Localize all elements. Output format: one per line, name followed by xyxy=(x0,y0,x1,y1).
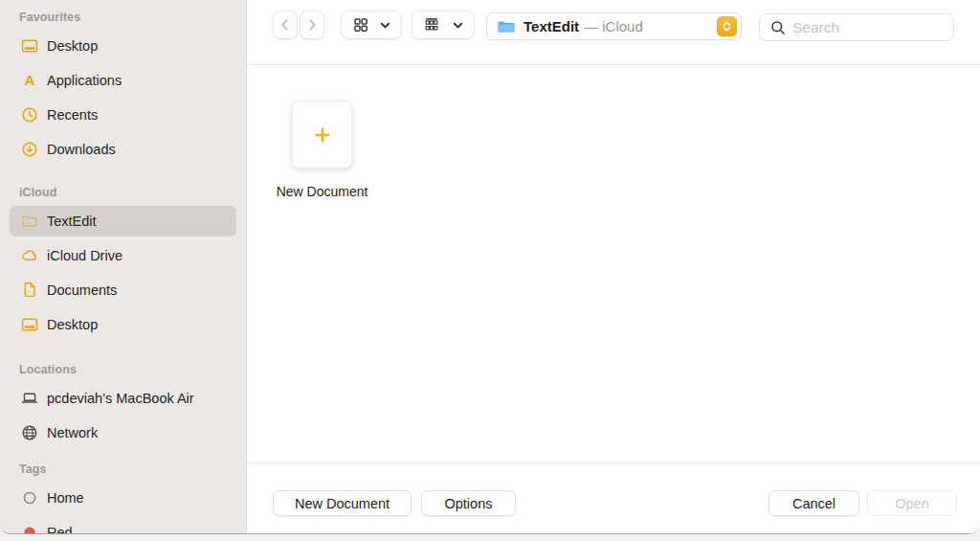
desktop-icon xyxy=(21,316,38,333)
sidebar-item-label: TextEdit xyxy=(47,214,97,229)
svg-text:A: A xyxy=(25,72,35,88)
red-tag-icon xyxy=(21,524,38,533)
chevron-down-icon xyxy=(379,19,391,32)
sidebar-item-label: Desktop xyxy=(47,317,98,332)
open-dialog-window: Favourites Desktop A Applications Recent… xyxy=(0,0,980,534)
options-button[interactable]: Options xyxy=(421,490,516,516)
downloads-icon xyxy=(21,141,38,158)
sidebar-item-label: pcdeviah’s MacBook Air xyxy=(47,391,194,406)
chevron-down-icon xyxy=(452,19,464,32)
search-icon xyxy=(770,20,786,35)
sidebar-item-label: Home xyxy=(47,490,84,506)
sidebar-item-label: iCloud Drive xyxy=(47,248,122,263)
sidebar-item-tag-home[interactable]: Home xyxy=(10,483,236,513)
sidebar-item-downloads[interactable]: Downloads xyxy=(10,134,236,165)
sidebar-item-applications[interactable]: A Applications xyxy=(10,65,236,96)
sidebar-item-recents[interactable]: Recents xyxy=(10,100,236,130)
sidebar-item-macbook[interactable]: pcdeviah’s MacBook Air xyxy=(10,383,236,414)
chevron-right-icon xyxy=(303,16,321,34)
new-document-item[interactable] xyxy=(292,101,352,169)
location-dropdown[interactable]: TextEdit— iCloud xyxy=(486,12,742,40)
sidebar-item-label: Documents xyxy=(47,282,117,298)
section-label-favourites: Favourites xyxy=(19,10,246,25)
sidebar-item-desktop[interactable]: Desktop xyxy=(10,31,236,61)
recents-icon xyxy=(21,106,38,124)
toolbar: TextEdit— iCloud xyxy=(247,0,980,65)
sidebar-item-icloud-drive[interactable]: iCloud Drive xyxy=(10,240,236,271)
sidebar-item-label: Red xyxy=(47,525,73,533)
grid-view-icon xyxy=(352,16,369,34)
network-icon xyxy=(21,424,38,441)
plus-icon xyxy=(313,125,332,145)
textedit-folder-icon xyxy=(21,213,38,230)
file-browser-area: New Document xyxy=(247,65,980,462)
sidebar-item-desktop-icloud[interactable]: Desktop xyxy=(10,309,236,340)
group-mode-button[interactable] xyxy=(412,11,475,39)
location-path-secondary: — iCloud xyxy=(584,18,643,34)
back-button[interactable] xyxy=(273,11,298,39)
sidebar-item-label: Downloads xyxy=(47,142,116,157)
sidebar-item-label: Desktop xyxy=(47,38,98,54)
desktop-icon xyxy=(21,37,38,55)
chevron-left-icon xyxy=(277,16,294,34)
cancel-button[interactable]: Cancel xyxy=(768,490,859,516)
location-path-label: TextEdit— iCloud xyxy=(523,18,717,34)
home-tag-icon xyxy=(21,489,38,507)
section-label-tags: Tags xyxy=(19,462,246,477)
new-document-button[interactable]: New Document xyxy=(273,490,412,516)
view-mode-button[interactable] xyxy=(341,11,402,39)
macbook-icon xyxy=(21,390,38,407)
location-path-primary: TextEdit xyxy=(523,18,579,34)
main-panel: TextEdit— iCloud New Document New xyxy=(247,0,980,533)
sidebar-item-textedit[interactable]: TextEdit xyxy=(10,206,236,237)
applications-icon: A xyxy=(21,72,38,89)
sidebar-item-label: Applications xyxy=(47,73,122,88)
dialog-footer: New Document Options Cancel Open xyxy=(247,462,980,533)
sidebar-item-label: Network xyxy=(47,425,98,440)
search-field xyxy=(759,13,954,41)
search-input[interactable] xyxy=(792,19,946,36)
section-label-icloud: iCloud xyxy=(19,185,246,200)
sidebar-item-tag-red[interactable]: Red xyxy=(10,517,236,533)
sidebar-item-documents[interactable]: Documents xyxy=(10,275,236,305)
blue-folder-icon xyxy=(497,19,516,34)
group-view-icon xyxy=(423,16,440,34)
forward-button[interactable] xyxy=(300,11,324,39)
sidebar-item-network[interactable]: Network xyxy=(10,417,236,448)
section-label-locations: Locations xyxy=(19,362,246,377)
new-document-item-label: New Document xyxy=(255,184,390,199)
sidebar: Favourites Desktop A Applications Recent… xyxy=(0,0,247,533)
documents-icon xyxy=(21,282,38,299)
stepper-icon[interactable] xyxy=(717,16,737,36)
sidebar-item-label: Recents xyxy=(47,107,98,123)
open-button[interactable]: Open xyxy=(867,490,957,516)
icloud-drive-icon xyxy=(21,247,38,264)
